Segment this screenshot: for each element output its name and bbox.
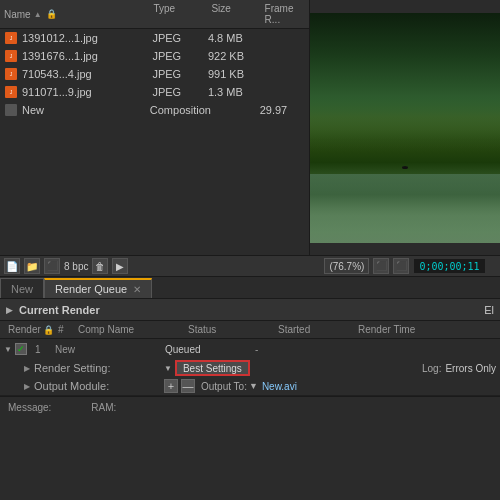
render-queue-panel: ▶ Current Render El Render 🔒 # Comp Name… — [0, 299, 500, 396]
file-name: 911071...9.jpg — [22, 86, 152, 98]
toolbar-right: (76.7%) ⬛ ⬛ 0;00;00;11 — [314, 258, 496, 274]
delete-icon[interactable]: 🗑 — [92, 258, 108, 274]
forest-background — [310, 13, 500, 243]
render-settings-value: ▼ Best Settings — [164, 360, 250, 376]
tab-new-label: New — [11, 283, 33, 295]
forest-trees — [310, 13, 500, 151]
message-label: Message: — [8, 402, 51, 413]
settings-expand-icon[interactable]: ▶ — [24, 364, 30, 373]
sort-arrow-icon: ▲ — [34, 10, 42, 19]
col-header-name[interactable]: Name ▲ 🔒 — [0, 2, 149, 26]
output-file-path[interactable]: New.avi — [262, 381, 297, 392]
preview-image — [310, 13, 500, 243]
col-header-size[interactable]: Size — [207, 2, 260, 26]
output-dropdown-icon[interactable]: ▼ — [249, 381, 258, 391]
bird-silhouette — [402, 166, 408, 169]
output-module-label: Output Module: — [34, 380, 164, 392]
log-label: Log: — [422, 363, 441, 374]
tab-render-queue[interactable]: Render Queue ✕ — [44, 278, 152, 298]
expand-arrow-icon[interactable]: ▶ — [6, 305, 13, 315]
file-framerate: 29.97 — [260, 104, 305, 116]
list-item[interactable]: J 710543...4.jpg JPEG 991 KB — [0, 65, 309, 83]
list-item[interactable]: J 1391012...1.jpg JPEG 4.8 MB — [0, 29, 309, 47]
rq-row-status: Queued — [161, 344, 251, 355]
render-settings-row: ▶ Render Setting: ▼ Best Settings Log: E… — [0, 359, 500, 377]
rq-col-render: Render 🔒 — [4, 324, 54, 335]
output-module-row: ▶ Output Module: + — Output To: ▼ New.av… — [0, 377, 500, 395]
list-item[interactable]: J 911071...9.jpg JPEG 1.3 MB — [0, 83, 309, 101]
jpeg-icon: J — [4, 85, 18, 99]
add-output-button[interactable]: + — [164, 379, 178, 393]
file-name: 1391676...1.jpg — [22, 50, 152, 62]
lock-icon: 🔒 — [46, 9, 57, 19]
rq-col-num: # — [54, 324, 74, 335]
render-col-icon: 🔒 — [43, 325, 54, 335]
jpeg-icon: J — [4, 31, 18, 45]
zoom-level[interactable]: (76.7%) — [324, 258, 369, 274]
remove-output-button[interactable]: — — [181, 379, 195, 393]
dropdown-arrow-icon[interactable]: ▼ — [164, 364, 172, 373]
tab-close-icon[interactable]: ✕ — [133, 284, 141, 295]
fit-icon[interactable]: ⬛ — [373, 258, 389, 274]
tab-new[interactable]: New — [0, 278, 44, 298]
rq-row-comp-name: New — [51, 344, 161, 355]
render-checkbox[interactable] — [15, 343, 27, 355]
tab-bar: New Render Queue ✕ — [0, 277, 500, 299]
current-render-title: Current Render — [19, 304, 100, 316]
current-render-right: El — [484, 304, 494, 316]
file-name: New — [22, 104, 150, 116]
rq-col-rtime: Render Time — [354, 324, 434, 335]
col-render-label: Render — [8, 324, 41, 335]
file-size: 991 KB — [208, 68, 259, 80]
file-type: Composition — [150, 104, 210, 116]
col-header-type[interactable]: Type — [149, 2, 207, 26]
file-size: 922 KB — [208, 50, 259, 62]
rq-item: ▼ 1 New Queued - ▶ Render Setting: ▼ Bes… — [0, 339, 500, 396]
new-item-icon[interactable]: 📄 — [4, 258, 20, 274]
arrow-right-icon[interactable]: ▶ — [112, 258, 128, 274]
rq-col-comp: Comp Name — [74, 324, 184, 335]
file-size: 1.3 MB — [208, 86, 259, 98]
best-settings-button[interactable]: Best Settings — [175, 360, 250, 376]
ram-label: RAM: — [91, 402, 116, 413]
row-expand-icon[interactable]: ▼ — [4, 345, 12, 354]
placeholder-icon[interactable]: ⬛ — [44, 258, 60, 274]
folder-icon[interactable]: 📁 — [24, 258, 40, 274]
output-to-label: Output To: — [201, 381, 247, 392]
render-settings-label: Render Setting: — [34, 362, 164, 374]
tab-rq-label: Render Queue — [55, 283, 127, 295]
bpc-label: 8 bpc — [64, 261, 88, 272]
composition-icon — [4, 103, 18, 117]
output-expand-icon[interactable]: ▶ — [24, 382, 30, 391]
file-type: JPEG — [152, 50, 207, 62]
list-item[interactable]: New Composition 29.97 — [0, 101, 309, 119]
current-render-bar: ▶ Current Render El — [0, 299, 500, 321]
view-icon[interactable]: ⬛ — [393, 258, 409, 274]
file-list: J 1391012...1.jpg JPEG 4.8 MB J 1391676.… — [0, 29, 309, 255]
forest-water — [310, 174, 500, 243]
toolbar-left: 📄 📁 ⬛ 8 bpc 🗑 ▶ — [4, 258, 314, 274]
rq-row-started: - — [251, 344, 331, 355]
rq-main-row[interactable]: ▼ 1 New Queued - — [0, 339, 500, 359]
timecode-display[interactable]: 0;00;00;11 — [413, 258, 485, 274]
list-item[interactable]: J 1391676...1.jpg JPEG 922 KB — [0, 47, 309, 65]
log-value: Errors Only — [445, 363, 496, 374]
rq-col-status: Status — [184, 324, 274, 335]
file-name: 1391012...1.jpg — [22, 32, 152, 44]
top-panel: Name ▲ 🔒 Type Size Frame R... J 1391012.… — [0, 0, 500, 255]
file-name: 710543...4.jpg — [22, 68, 152, 80]
jpeg-icon: J — [4, 67, 18, 81]
message-bar: Message: RAM: — [0, 396, 500, 418]
file-type: JPEG — [152, 86, 207, 98]
rq-row-num: 1 — [31, 344, 51, 355]
project-panel: Name ▲ 🔒 Type Size Frame R... J 1391012.… — [0, 0, 310, 255]
col-header-framerate[interactable]: Frame R... — [261, 2, 309, 26]
viewer-panel — [310, 0, 500, 255]
file-type: JPEG — [152, 68, 207, 80]
column-headers: Name ▲ 🔒 Type Size Frame R... — [0, 0, 309, 29]
rq-col-started: Started — [274, 324, 354, 335]
bottom-toolbar: 📄 📁 ⬛ 8 bpc 🗑 ▶ (76.7%) ⬛ ⬛ 0;00;00;11 — [0, 255, 500, 277]
rq-column-headers: Render 🔒 # Comp Name Status Started Rend… — [0, 321, 500, 339]
jpeg-icon: J — [4, 49, 18, 63]
file-size: 4.8 MB — [208, 32, 259, 44]
